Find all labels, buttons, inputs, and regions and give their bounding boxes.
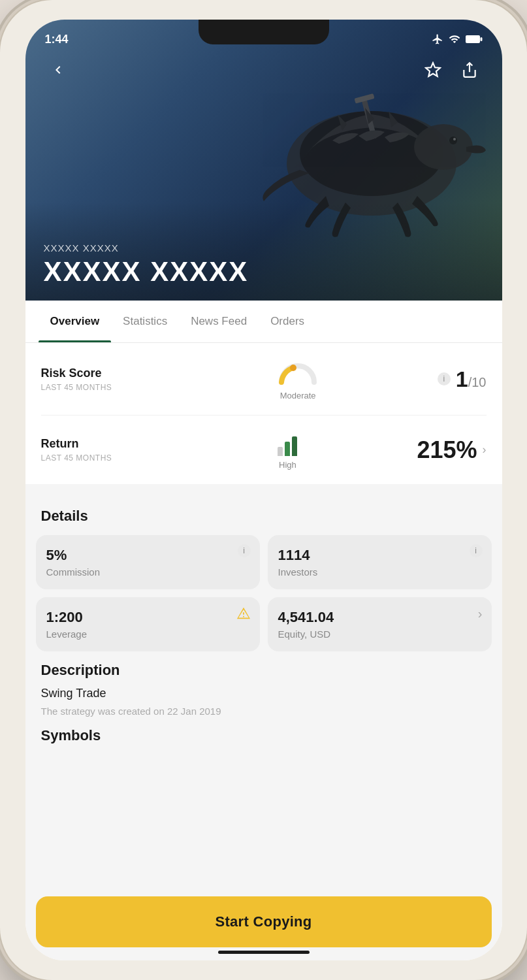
svg-rect-2	[480, 37, 482, 41]
risk-indicator-label: Moderate	[280, 391, 316, 400]
return-indicator-label: High	[279, 460, 296, 470]
return-period: LAST 45 MONTHS	[41, 453, 159, 463]
commission-info-icon[interactable]: i	[238, 544, 251, 557]
return-value: 215%	[417, 436, 477, 464]
screen: 1:44	[25, 20, 502, 960]
detail-commission: 5% Commission i	[36, 535, 260, 589]
tab-newsfeed[interactable]: News Feed	[179, 301, 259, 342]
description-main-text: Swing Trade	[41, 687, 487, 700]
back-button[interactable]	[44, 56, 72, 84]
risk-unit: /10	[468, 375, 487, 390]
hero-nav-right	[419, 56, 484, 84]
phone-frame: 1:44	[0, 0, 527, 980]
equity-value: 4,541.04	[278, 609, 481, 626]
detail-leverage: 1:200 Leverage	[36, 597, 260, 651]
details-section: Details 5% Commission i 1114	[25, 492, 502, 662]
airplane-icon	[432, 33, 443, 45]
return-label: Return	[41, 437, 159, 451]
svg-point-5	[414, 124, 473, 170]
risk-label: Risk Score	[41, 367, 159, 380]
start-copying-button[interactable]: Start Copying	[36, 896, 492, 947]
notch	[199, 20, 329, 44]
details-grid: 5% Commission i 1114 Investors i	[25, 535, 502, 662]
leverage-label: Leverage	[46, 629, 249, 640]
hero-navigation	[25, 56, 502, 84]
hero-text: XXXXX XXXXX XXXXX XXXXX	[44, 242, 249, 287]
bar-2	[285, 442, 290, 456]
risk-score-row: Risk Score LAST 45 MONTHS	[41, 343, 487, 416]
leverage-value: 1:200	[46, 609, 249, 626]
tabs-container: Overview Statistics News Feed Orders	[25, 301, 502, 343]
tab-overview[interactable]: Overview	[39, 301, 112, 342]
status-time: 1:44	[45, 33, 69, 46]
wifi-icon	[449, 33, 460, 45]
risk-value: 1	[456, 367, 468, 392]
investors-value: 1114	[278, 547, 481, 564]
bar-1	[278, 447, 283, 456]
home-indicator	[218, 951, 310, 954]
risk-label-col: Risk Score LAST 45 MONTHS	[41, 367, 159, 392]
risk-indicator: Moderate	[159, 357, 438, 400]
details-title: Details	[25, 492, 502, 535]
return-label-col: Return LAST 45 MONTHS	[41, 437, 159, 463]
return-row: Return LAST 45 MONTHS High 215%	[41, 416, 487, 484]
symbols-title: Symbols	[41, 727, 487, 744]
tab-orders[interactable]: Orders	[259, 301, 316, 342]
description-title: Description	[41, 662, 487, 679]
risk-period: LAST 45 MONTHS	[41, 383, 159, 392]
hero-section: XXXXX XXXXX XXXXX XXXXX	[25, 20, 502, 307]
metrics-card: Risk Score LAST 45 MONTHS	[25, 343, 502, 484]
commission-label: Commission	[46, 566, 249, 578]
share-button[interactable]	[455, 56, 484, 84]
return-indicator: High	[159, 430, 417, 470]
symbols-content	[41, 755, 487, 794]
equity-label: Equity, USD	[278, 629, 481, 640]
return-chevron-icon[interactable]: ›	[483, 443, 487, 457]
return-value-col: 215% ›	[417, 436, 486, 464]
svg-point-6	[449, 137, 457, 144]
detail-investors: 1114 Investors i	[268, 535, 492, 589]
risk-info-icon[interactable]: i	[438, 372, 451, 385]
risk-gauge-icon	[275, 357, 321, 387]
bottom-cta: Start Copying	[36, 896, 492, 947]
investors-info-icon[interactable]: i	[470, 544, 483, 557]
risk-value-col: i 1 /10	[438, 367, 487, 392]
battery-icon	[466, 35, 483, 44]
return-bar-chart	[278, 430, 297, 456]
bar-3	[292, 436, 297, 456]
hero-title: XXXXX XXXXX	[44, 256, 249, 287]
investors-label: Investors	[278, 566, 481, 578]
content-area: Overview Statistics News Feed Orders Ris…	[25, 301, 502, 960]
bookmark-button[interactable]	[419, 56, 447, 84]
svg-point-11	[290, 365, 296, 371]
status-icons	[432, 33, 483, 45]
detail-equity[interactable]: 4,541.04 Equity, USD ›	[268, 597, 492, 651]
description-sub-text: The strategy was created on 22 Jan 2019	[41, 706, 487, 717]
tab-statistics[interactable]: Statistics	[111, 301, 179, 342]
symbols-section: Symbols	[25, 727, 502, 859]
commission-value: 5%	[46, 547, 249, 564]
equity-chevron-icon[interactable]: ›	[478, 606, 483, 621]
svg-rect-1	[466, 36, 479, 42]
svg-point-7	[453, 138, 456, 140]
hero-subtitle: XXXXX XXXXX	[44, 242, 249, 253]
description-section: Description Swing Trade The strategy was…	[25, 662, 502, 727]
leverage-warning-icon[interactable]	[236, 606, 251, 623]
